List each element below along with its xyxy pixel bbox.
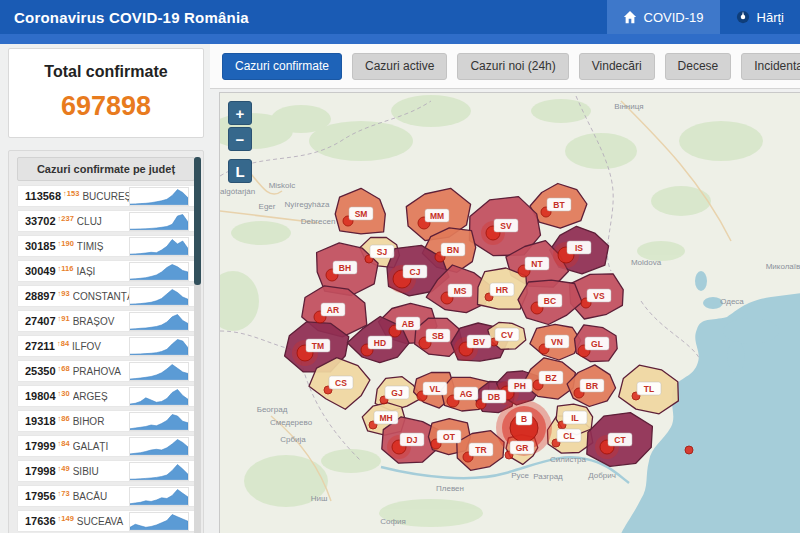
county-daily-delta: ↑49	[58, 464, 70, 473]
header-nav: COVID-19Hărți	[607, 0, 800, 34]
scrollbar-thumb[interactable]	[194, 157, 201, 285]
scrollbar-track[interactable]	[194, 157, 201, 533]
county-row-ilfov[interactable]: 27211↑84ILFOV	[17, 335, 195, 357]
tab-cazuri-active[interactable]: Cazuri active	[352, 53, 447, 80]
county-row-prahova[interactable]: 25350↑68PRAHOVA	[17, 360, 195, 382]
place-label: София	[380, 517, 406, 526]
county-row-sibiu[interactable]: 17998↑49SIBIU	[17, 460, 195, 482]
county-code: VS	[593, 291, 605, 301]
county-daily-delta: ↑86	[58, 414, 70, 423]
county-code: SV	[500, 221, 512, 231]
nav-covid-19[interactable]: COVID-19	[607, 0, 720, 34]
county-sparkline	[129, 262, 189, 281]
sea-case-marker[interactable]	[685, 446, 693, 454]
tab-vindec-ri[interactable]: Vindecări	[579, 53, 655, 80]
county-name: BUCUREȘTI	[82, 191, 129, 202]
zoom-out-button[interactable]: −	[228, 127, 252, 151]
county-code: BN	[447, 245, 459, 255]
county-code: CL	[563, 431, 574, 441]
county-row-constanța[interactable]: 28897↑93CONSTANȚA	[17, 285, 195, 307]
county-daily-delta: ↑116	[58, 264, 74, 273]
map-marker-icon	[736, 10, 750, 24]
county-code: CT	[614, 435, 626, 445]
county-code: CJ	[410, 267, 421, 277]
county-cases: 19804	[25, 390, 56, 402]
county-cases: 25350	[25, 365, 56, 377]
county-sparkline	[129, 312, 189, 331]
nav-h-r-i[interactable]: Hărți	[720, 0, 800, 34]
layers-button[interactable]: L	[228, 159, 252, 183]
place-label: Миколаїв	[766, 262, 800, 271]
county-code: TL	[644, 384, 654, 394]
county-code: HR	[496, 285, 508, 295]
county-code: BC	[544, 296, 556, 306]
county-daily-delta: ↑73	[58, 489, 70, 498]
county-daily-delta: ↑237	[58, 214, 74, 223]
county-name: BIHOR	[73, 416, 129, 427]
place-label: Nyíregyháza	[285, 200, 330, 209]
county-cases: 17956	[25, 490, 56, 502]
zoom-in-button[interactable]: +	[228, 101, 252, 125]
county-sparkline	[129, 462, 189, 481]
county-row-bacău[interactable]: 17956↑73BACĂU	[17, 485, 195, 507]
place-label: Силистра	[550, 455, 586, 464]
nav-label: Hărți	[757, 10, 784, 25]
county-code: DJ	[407, 435, 418, 445]
tab-cazuri-noi-24h-[interactable]: Cazuri noi (24h)	[457, 53, 568, 80]
county-cases: 113568	[25, 190, 61, 202]
county-sparkline	[129, 237, 189, 256]
map-canvas: SMMMBTSVISNTBNSJBHCJMSHRARABVSBCTMHDSBBV…	[220, 93, 800, 533]
county-name: BACĂU	[73, 491, 129, 502]
county-row-iași[interactable]: 30049↑116IAȘI	[17, 260, 195, 282]
county-daily-delta: ↑91	[58, 314, 70, 323]
county-sparkline	[129, 487, 189, 506]
place-label: Ниш	[311, 494, 328, 503]
county-code: AG	[460, 389, 473, 399]
county-row-galați[interactable]: 17999↑84GALAȚI	[17, 435, 195, 457]
county-row-timiș[interactable]: 30185↑190TIMIȘ	[17, 235, 195, 257]
county-sparkline	[129, 387, 189, 406]
county-code: TM	[312, 341, 324, 351]
county-code: BH	[339, 263, 351, 273]
county-name: BRAȘOV	[73, 316, 129, 327]
county-row-cluj[interactable]: 33702↑237CLUJ	[17, 210, 195, 232]
tab-cazuri-confirmate[interactable]: Cazuri confirmate	[222, 53, 342, 80]
county-cases-card: Cazuri confirmate pe județ 113568↑153BUC…	[8, 150, 204, 533]
home-icon	[623, 10, 637, 24]
total-confirmed-value: 697898	[9, 91, 203, 122]
county-cases: 27211	[25, 340, 55, 352]
total-confirmed-card: Total confirmate 697898	[8, 48, 204, 138]
map-tabs-bar: Cazuri confirmateCazuri activeCazuri noi…	[210, 44, 800, 89]
county-name: ILFOV	[72, 341, 129, 352]
tab-decese[interactable]: Decese	[665, 53, 732, 80]
tab-incidenta-covid-19[interactable]: Incidenta COVID-19	[741, 53, 800, 80]
county-list-header: Cazuri confirmate pe județ	[17, 157, 195, 181]
county-code: B	[521, 414, 527, 424]
map[interactable]: SMMMBTSVISNTBNSJBHCJMSHRARABVSBCTMHDSBBV…	[219, 92, 800, 533]
header-band	[0, 34, 800, 44]
county-code: IS	[575, 243, 583, 253]
county-code: GR	[516, 443, 529, 453]
county-code: IL	[571, 413, 579, 423]
county-row-argeș[interactable]: 19804↑30ARGEȘ	[17, 385, 195, 407]
county-sparkline	[129, 512, 189, 531]
county-code: VN	[551, 337, 563, 347]
county-sparkline	[129, 337, 189, 356]
county-code: SB	[432, 331, 444, 341]
county-cases: 17636	[25, 515, 56, 527]
county-cases: 27407	[25, 315, 56, 327]
county-code: SJ	[377, 247, 388, 257]
county-row-bihor[interactable]: 19318↑86BIHOR	[17, 410, 195, 432]
county-row-bucurești[interactable]: 113568↑153BUCUREȘTI	[17, 185, 195, 207]
county-daily-delta: ↑190	[58, 239, 74, 248]
place-label: Debrecen	[301, 217, 336, 226]
county-code: AB	[402, 319, 414, 329]
county-daily-delta: ↑30	[58, 389, 70, 398]
place-label: Плевен	[436, 484, 464, 493]
county-cases: 19318	[25, 415, 56, 427]
county-row-brașov[interactable]: 27407↑91BRAȘOV	[17, 310, 195, 332]
county-cases: 30049	[25, 265, 56, 277]
county-row-suceava[interactable]: 17636↑149SUCEAVA	[17, 510, 195, 532]
county-code: MM	[430, 211, 444, 221]
county-daily-delta: ↑68	[58, 364, 70, 373]
